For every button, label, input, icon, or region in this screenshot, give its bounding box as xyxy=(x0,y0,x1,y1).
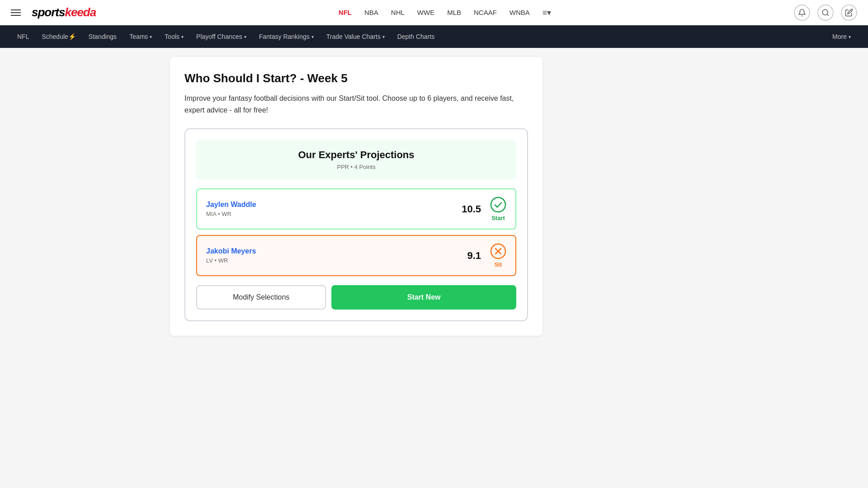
subnav-fantasy-rankings[interactable]: Fantasy Rankings ▾ xyxy=(253,25,320,48)
top-nav-actions xyxy=(794,5,857,21)
start-check-icon xyxy=(490,197,506,213)
subnav-tools[interactable]: Tools ▾ xyxy=(158,25,190,48)
search-icon[interactable] xyxy=(817,5,834,21)
sidebar xyxy=(553,57,698,336)
start-new-button[interactable]: Start New xyxy=(331,285,516,310)
secondary-navigation: NFL Schedule ⚡ Standings Teams ▾ Tools ▾… xyxy=(0,25,868,48)
projections-subtitle: PPR • 4 Points xyxy=(205,164,507,170)
topnav-mlb[interactable]: MLB xyxy=(447,9,461,16)
experts-header: Our Experts' Projections PPR • 4 Points xyxy=(196,140,516,179)
subnav-standings[interactable]: Standings xyxy=(82,25,123,48)
subnav-teams[interactable]: Teams ▾ xyxy=(123,25,158,48)
subnav-playoff-chances[interactable]: Playoff Chances ▾ xyxy=(190,25,253,48)
more-menu-icon[interactable]: ≡▾ xyxy=(542,8,552,18)
projections-title: Our Experts' Projections xyxy=(205,149,507,161)
action-buttons: Modify Selections Start New xyxy=(196,285,516,310)
verdict-label-start: Start xyxy=(491,215,505,221)
player-name-meyers[interactable]: Jakobi Meyers xyxy=(206,247,467,255)
player-name-waddle[interactable]: Jaylen Waddle xyxy=(206,201,462,209)
player-score-waddle: 10.5 xyxy=(462,203,481,215)
content-area: Who Should I Start? - Week 5 Improve you… xyxy=(170,57,542,336)
topnav-wnba[interactable]: WNBA xyxy=(509,9,530,16)
player-verdict-waddle: Start xyxy=(490,197,506,221)
site-logo[interactable]: sportskeeda xyxy=(32,5,96,19)
topnav-nba[interactable]: NBA xyxy=(364,9,378,16)
notifications-icon[interactable] xyxy=(794,5,810,21)
modify-selections-button[interactable]: Modify Selections xyxy=(196,285,326,310)
subnav-nfl[interactable]: NFL xyxy=(11,25,35,48)
verdict-label-sit: Sit xyxy=(495,261,502,268)
player-card-start: Jaylen Waddle MIA • WR 10.5 xyxy=(196,188,516,230)
player-info-waddle: Jaylen Waddle MIA • WR xyxy=(206,201,462,217)
player-score-meyers: 9.1 xyxy=(467,250,481,262)
svg-line-1 xyxy=(827,14,828,15)
main-content: Who Should I Start? - Week 5 Improve you… xyxy=(163,48,705,345)
page-description: Improve your fantasy football decisions … xyxy=(184,93,528,116)
player-verdict-meyers: Sit xyxy=(490,243,506,268)
subnav-depth-charts[interactable]: Depth Charts xyxy=(391,25,441,48)
start-sit-card: Who Should I Start? - Week 5 Improve you… xyxy=(170,57,542,336)
topnav-wwe[interactable]: WWE xyxy=(417,9,434,16)
player-meta-meyers: LV • WR xyxy=(206,257,467,264)
svg-point-0 xyxy=(822,9,828,15)
topnav-nhl[interactable]: NHL xyxy=(391,9,405,16)
svg-point-2 xyxy=(491,197,505,212)
edit-icon[interactable] xyxy=(841,5,857,21)
topnav-ncaaf[interactable]: NCAAF xyxy=(474,9,497,16)
page-title: Who Should I Start? - Week 5 xyxy=(184,71,528,85)
player-meta-waddle: MIA • WR xyxy=(206,211,462,217)
subnav-trade-value-charts[interactable]: Trade Value Charts ▾ xyxy=(320,25,391,48)
topnav-nfl[interactable]: NFL xyxy=(339,9,352,16)
projections-container: Our Experts' Projections PPR • 4 Points … xyxy=(184,128,528,321)
sit-x-icon xyxy=(490,243,506,259)
player-card-sit: Jakobi Meyers LV • WR 9.1 xyxy=(196,235,516,276)
subnav-schedule[interactable]: Schedule ⚡ xyxy=(35,25,82,48)
subnav-more[interactable]: More ▾ xyxy=(826,25,857,48)
top-nav-links: NFL NBA NHL WWE MLB NCAAF WNBA ≡▾ xyxy=(339,8,552,18)
top-navigation: sportskeeda NFL NBA NHL WWE MLB NCAAF WN… xyxy=(0,0,868,25)
player-info-meyers: Jakobi Meyers LV • WR xyxy=(206,247,467,264)
hamburger-menu[interactable] xyxy=(11,9,21,16)
